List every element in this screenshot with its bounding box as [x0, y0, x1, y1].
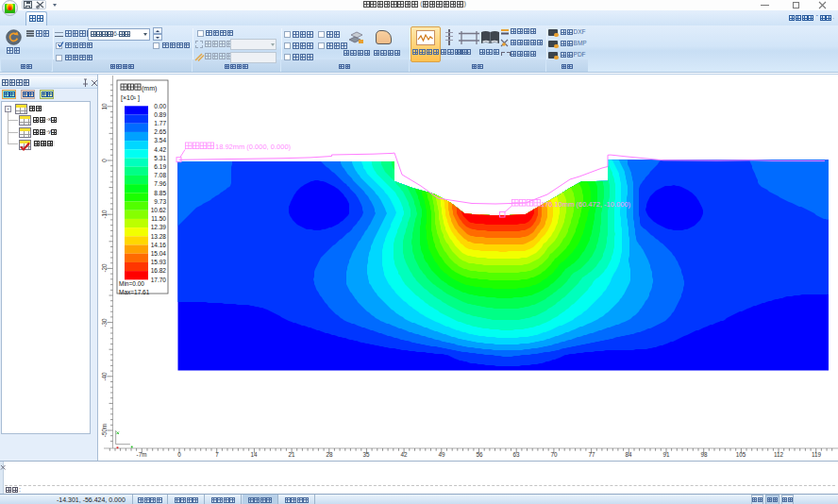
svg-text:15.93: 15.93 — [151, 259, 167, 265]
svg-text:14: 14 — [250, 451, 258, 458]
svg-text:7.08: 7.08 — [154, 172, 166, 178]
svg-text:16.82: 16.82 — [151, 267, 167, 274]
svg-text:105: 105 — [736, 451, 746, 458]
svg-text:17.70: 17.70 — [151, 277, 167, 283]
svg-text:7: 7 — [215, 451, 219, 458]
svg-text:11.50: 11.50 — [151, 215, 166, 222]
svg-text:-10: -10 — [101, 210, 108, 219]
svg-text:1.77: 1.77 — [154, 120, 166, 126]
svg-text:70: 70 — [550, 451, 558, 458]
svg-text:-40: -40 — [101, 372, 108, 381]
svg-text:2.65: 2.65 — [154, 128, 166, 135]
svg-text:112: 112 — [774, 451, 784, 458]
svg-text:35: 35 — [362, 451, 370, 458]
svg-text:14.16: 14.16 — [151, 242, 167, 248]
svg-text:[×10¹ ]: [×10¹ ] — [121, 94, 140, 102]
svg-text:Max=17.61: Max=17.61 — [119, 289, 150, 295]
svg-text:77: 77 — [588, 451, 595, 458]
svg-text:10.62: 10.62 — [151, 207, 167, 213]
svg-text:49: 49 — [438, 451, 445, 458]
svg-text:98: 98 — [700, 451, 708, 458]
svg-text:0.89: 0.89 — [154, 111, 166, 118]
svg-text:119: 119 — [812, 451, 822, 458]
svg-text:63: 63 — [512, 451, 520, 458]
svg-text:13.28: 13.28 — [151, 233, 167, 240]
svg-text:0: 0 — [101, 159, 108, 162]
svg-text:8.85: 8.85 — [154, 190, 166, 196]
svg-text:7.96: 7.96 — [154, 180, 166, 187]
svg-text:176.10mm (60.472, -10.000): 176.10mm (60.472, -10.000) — [541, 200, 631, 209]
svg-text:21: 21 — [288, 451, 295, 458]
svg-text:5.31: 5.31 — [154, 155, 166, 161]
svg-text:-30: -30 — [101, 318, 108, 328]
svg-text:0.00: 0.00 — [154, 103, 166, 109]
svg-text:-50m: -50m — [101, 424, 108, 437]
svg-text:28: 28 — [326, 451, 333, 458]
svg-text:(mm): (mm) — [142, 85, 157, 92]
svg-text:0: 0 — [177, 451, 181, 458]
svg-text:15.04: 15.04 — [151, 250, 167, 257]
svg-text:18.92mm (0.000, 0.000): 18.92mm (0.000, 0.000) — [215, 143, 292, 151]
svg-text:91: 91 — [662, 451, 670, 458]
svg-text:9.73: 9.73 — [154, 198, 166, 205]
svg-text:3.54: 3.54 — [154, 137, 166, 143]
svg-text:-7m: -7m — [137, 451, 147, 458]
svg-text:12.39: 12.39 — [151, 224, 167, 230]
svg-text:Min=0.00: Min=0.00 — [119, 280, 144, 287]
svg-text:42: 42 — [400, 451, 408, 458]
svg-text:84: 84 — [625, 451, 632, 458]
svg-text:6.19: 6.19 — [154, 163, 166, 170]
svg-text:-20: -20 — [101, 263, 108, 273]
svg-text:10: 10 — [101, 103, 108, 110]
svg-text:4.42: 4.42 — [154, 146, 166, 153]
svg-text:56: 56 — [476, 451, 483, 458]
